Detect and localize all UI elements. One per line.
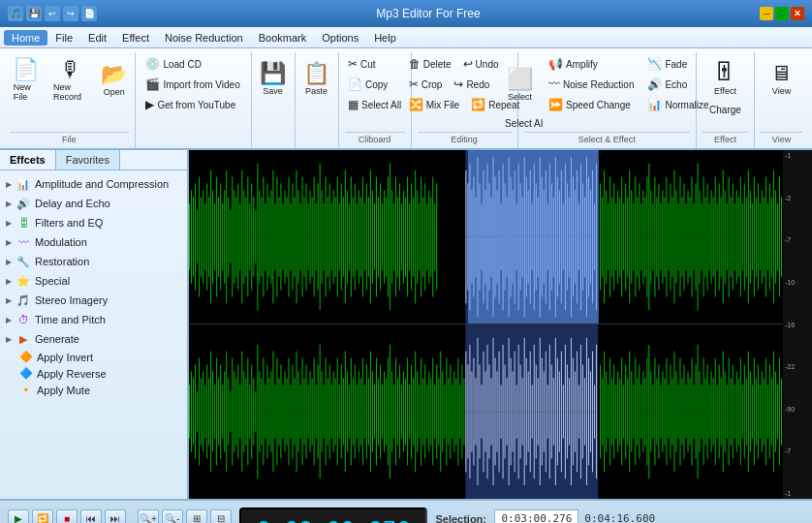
amplify-button[interactable]: 📢 Amplify [544,54,639,74]
get-youtube-button[interactable]: ▶ Get from YouTube [141,95,244,114]
minimize-button[interactable]: ─ [760,7,773,20]
effect-icon: 🎚 [712,59,737,84]
menu-effect[interactable]: Effect [114,30,157,46]
skip-back-button[interactable]: ⏮ [80,509,102,524]
cut-icon: ✂ [348,57,358,71]
menu-file[interactable]: File [47,30,80,46]
apply-invert-item[interactable]: 🔶 Apply Invert [0,349,187,365]
delete-button[interactable]: 🗑 Delete [404,54,456,74]
view-icon: 🖥 [770,63,792,84]
skip-forward-button[interactable]: ⏭ [105,509,126,524]
db-10: -10 [785,279,810,286]
waveform-bottom[interactable] [189,324,783,499]
amplify-label: Amplify [566,59,598,70]
category-amplitude[interactable]: ▶ 📊 Amplitude and Compression [0,174,187,194]
charge-button[interactable]: Charge [704,102,746,118]
redo-button[interactable]: ↪ Redo [449,75,494,94]
menu-home[interactable]: Home [4,30,47,46]
category-restoration[interactable]: ▶ 🔧 Restoration [0,252,187,271]
category-filters[interactable]: ▶ 🎛 Filters and EQ [0,213,187,232]
new-record-button[interactable]: 🎙 New Record [47,54,95,107]
zoom-in-btn[interactable]: 🔍+ [138,509,159,524]
fade-icon: 📉 [647,57,662,71]
waveform-top[interactable] [189,150,783,324]
open-icon: 📂 [101,64,127,85]
crop-button[interactable]: ✂ Crop [404,75,448,94]
expand-arrow: ▶ [6,258,12,266]
load-cd-icon: 💿 [145,57,160,71]
category-stereo[interactable]: ▶ 🎵 Stereo Imagery [0,291,187,310]
undo-button[interactable]: ↩ Undo [458,54,504,74]
loop-button[interactable]: 🔁 [32,509,53,524]
import-video-button[interactable]: 🎬 Import from Video [141,75,244,94]
zoom-sel-btn[interactable]: ⊞ [186,509,207,524]
select-ai-button[interactable]: Select AI [500,115,547,132]
expand-arrow: ▶ [6,219,12,228]
special-icon: ⭐ [16,273,31,289]
paste-icon: 📋 [303,63,329,84]
category-modulation[interactable]: ▶ 〰 Modulation [0,232,187,252]
apply-reverse-item[interactable]: 🔷 Apply Reverse [0,365,187,382]
speed-change-button[interactable]: ⏩ Speed Change [544,95,639,114]
noise-reduction-label: Noise Reduction [563,79,634,90]
close-button[interactable]: ✕ [791,7,804,20]
waveform-canvas[interactable]: smpl 2500000 5000000 7500000 10000000 12… [189,150,783,499]
maximize-button[interactable]: □ [775,7,789,20]
favorites-tab[interactable]: Favorites [56,150,120,169]
expand-arrow: ▶ [6,316,12,324]
load-cd-button[interactable]: 💿 Load CD [141,54,244,74]
speed-icon: ⏩ [548,98,563,111]
app-icons: 🎵 💾 ↩ ↪ 📄 [8,6,97,21]
cut-button[interactable]: ✂ Cut [343,54,406,74]
new-file-button[interactable]: 📄 New File [7,54,45,107]
menu-edit[interactable]: Edit [80,30,114,46]
new-record-icon: 🎙 [60,59,81,80]
ribbon-group-effect: 🎚 Effect Charge Effect [697,52,755,148]
selection-info: Selection: 0:03:00.276 0:04:16.600 Lengt… [435,509,655,523]
noise-reduction-button[interactable]: 〰 Noise Reduction [544,75,639,94]
selection-value[interactable]: 0:03:00.276 [494,509,578,523]
waveform-display[interactable]: smpl 2500000 5000000 7500000 10000000 12… [189,150,812,499]
zoom-all-btn[interactable]: ⊟ [210,509,232,524]
app-icon-4: ↪ [63,6,78,21]
category-delay[interactable]: ▶ 🔊 Delay and Echo [0,194,187,213]
open-button[interactable]: 📂 Open [97,59,132,102]
select-all-label: Select All [361,100,401,110]
filters-icon: 🎛 [16,215,31,231]
copy-button[interactable]: 📄 Copy [343,75,406,94]
mix-file-icon: 🔀 [409,98,423,111]
menu-options[interactable]: Options [314,30,366,46]
category-special-label: Special [35,275,70,287]
amplify-icon: 📢 [548,57,563,71]
play-button[interactable]: ▶ [8,509,29,524]
category-special[interactable]: ▶ ⭐ Special [0,271,187,291]
category-generate[interactable]: ▶ ▶ Generate [0,329,187,349]
save-button[interactable]: 💾 Save [253,54,293,101]
modulation-icon: 〰 [16,234,31,250]
category-modulation-label: Modulation [35,236,87,248]
effects-tab[interactable]: Effcets [0,150,56,169]
apply-mute-item[interactable]: 🔸 Apply Mute [0,382,187,398]
select-button[interactable]: ⬜ Select [500,54,540,114]
menu-noise-reduction[interactable]: Noise Reduction [157,30,251,46]
view-button[interactable]: 🖥 View [764,54,798,101]
menu-bookmark[interactable]: Bookmark [251,30,315,46]
ribbon-group-load: 💿 Load CD 🎬 Import from Video ▶ Get from… [136,52,252,148]
effect-button[interactable]: 🎚 Effect [704,54,746,101]
category-time-pitch[interactable]: ▶ ⏱ Time and Pitch [0,310,187,329]
window-controls[interactable]: ─ □ ✕ [760,7,804,20]
stop-button[interactable]: ■ [56,509,78,524]
stereo-icon: 🎵 [16,292,31,308]
save-label: Save [263,86,283,96]
zoom-out-btn[interactable]: 🔍- [162,509,183,524]
menu-help[interactable]: Help [366,30,404,46]
main-content: Effcets Favorites ▶ 📊 Amplitude and Comp… [0,150,812,499]
crop-icon: ✂ [409,77,419,91]
undo-icon: ↩ [463,57,473,71]
select-all-button[interactable]: ▦ Select All [343,95,406,114]
app-icon-3: ↩ [45,6,60,21]
paste-button[interactable]: 📋 Paste [297,54,336,101]
mix-file-button[interactable]: 🔀 Mix File [404,95,464,114]
select-effect-row1: ⬜ Select 📢 Amplify 〰 Noise Reduction [500,54,713,114]
select-effect-inner: ⬜ Select 📢 Amplify 〰 Noise Reduction [500,54,713,132]
